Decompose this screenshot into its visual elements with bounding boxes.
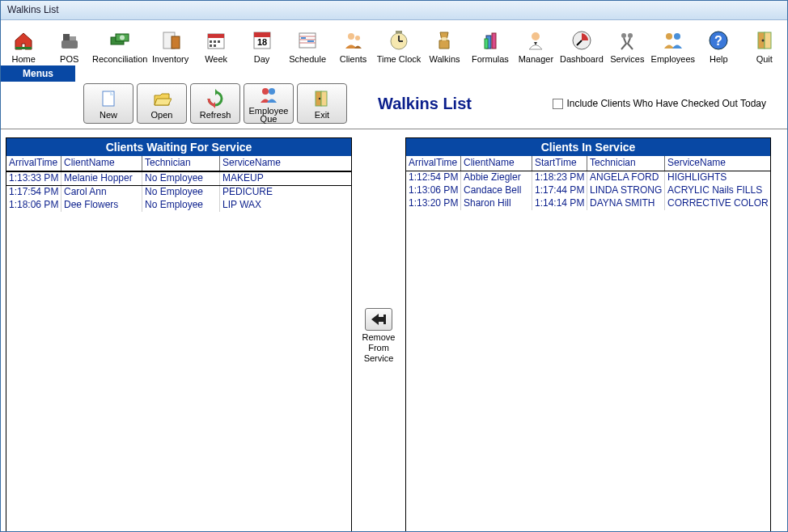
table-row[interactable]: 1:13:06 PMCandace Bell1:17:44 PMLINDA ST… <box>406 184 770 197</box>
toolbar-manager[interactable]: Manager <box>513 20 558 65</box>
cell-arrival: 1:12:54 PM <box>406 171 461 184</box>
action-refresh[interactable]: Refresh <box>190 83 240 124</box>
toolbar-quit[interactable]: Quit <box>742 20 787 65</box>
services-icon <box>614 27 640 53</box>
remove-from-service-button[interactable] <box>365 308 392 331</box>
cell-service: HIGHLIGHTS <box>665 171 770 184</box>
table-row[interactable]: 1:12:54 PMAbbie Ziegler1:18:23 PMANGELA … <box>406 171 770 184</box>
cell-client: Sharon Hill <box>461 197 532 210</box>
toolbar-clients[interactable]: Clients <box>330 20 375 65</box>
toolbar-help[interactable]: ?Help <box>696 20 741 65</box>
toolbar-schedule[interactable]: Schedule <box>285 20 330 65</box>
cell-arrival: 1:13:06 PM <box>406 184 461 197</box>
svg-point-46 <box>761 40 764 42</box>
col-arrivaltime[interactable]: ArrivalTime <box>6 156 61 171</box>
col-technician[interactable]: Technician <box>587 156 665 171</box>
toolbar-dashboard[interactable]: Dashboard <box>559 20 604 65</box>
action-employee-que[interactable]: EmployeeQue <box>244 83 294 124</box>
col-clientname[interactable]: ClientName <box>61 156 142 171</box>
action-new[interactable]: New <box>83 83 133 124</box>
window-title: Walkins List <box>7 4 59 15</box>
svg-point-49 <box>269 88 275 95</box>
cell-service: LIP WAX <box>220 199 351 212</box>
main-toolbar: HomePOSReconciliationInventoryWeek18DayS… <box>1 20 787 65</box>
action-label: EmployeeQue <box>249 107 289 123</box>
col-technician[interactable]: Technician <box>142 156 220 171</box>
include-checked-out-checkbox[interactable]: Include Clients Who Have Checked Out Tod… <box>553 98 766 109</box>
toolbar-services[interactable]: Services <box>604 20 650 65</box>
svg-rect-1 <box>61 40 78 49</box>
cell-tech: No Employee <box>142 186 220 199</box>
cell-arrival: 1:13:33 PM <box>6 172 61 185</box>
svg-point-31 <box>441 37 447 40</box>
week-icon <box>203 27 229 53</box>
cell-client: Carol Ann <box>61 186 142 199</box>
toolbar-label: Time Clock <box>377 54 422 64</box>
include-checked-out-label: Include Clients Who Have Checked Out Tod… <box>566 98 766 109</box>
svg-rect-23 <box>301 37 306 39</box>
refresh-icon <box>205 88 226 109</box>
toolbar-formulas[interactable]: Formulas <box>468 20 513 65</box>
menus-bar: Menus <box>1 65 787 82</box>
svg-rect-45 <box>765 32 771 49</box>
toolbar-reconciliation[interactable]: Reconciliation <box>92 20 147 65</box>
toolbar-label: Manager <box>519 54 553 64</box>
col-arrivaltime[interactable]: ArrivalTime <box>406 156 461 171</box>
svg-rect-51 <box>321 91 327 106</box>
toolbar-home[interactable]: Home <box>1 20 46 65</box>
toolbar-employees[interactable]: Employees <box>650 20 696 65</box>
action-row: NewOpenRefreshEmployeeQueExit Walkins Li… <box>1 82 787 129</box>
employeeque-icon <box>258 84 279 105</box>
table-row[interactable]: 1:13:33 PMMelanie HopperNo EmployeeMAKEU… <box>6 171 351 186</box>
toolbar-day[interactable]: 18Day <box>239 20 284 65</box>
quit-icon <box>752 27 777 53</box>
toolbar-pos[interactable]: POS <box>46 20 91 65</box>
svg-rect-11 <box>210 40 212 43</box>
toolbar-week[interactable]: Week <box>193 20 239 65</box>
cell-service: PEDICURE <box>220 186 351 199</box>
toolbar-walkins[interactable]: Walkins <box>422 20 467 65</box>
toolbar-time-clock[interactable]: Time Clock <box>376 20 422 65</box>
employees-icon <box>660 27 686 53</box>
inservice-rows: 1:12:54 PMAbbie Ziegler1:18:23 PMANGELA … <box>406 171 770 210</box>
toolbar-label: Dashboard <box>560 54 604 64</box>
svg-point-26 <box>355 36 360 40</box>
inservice-panel: Clients In Service ArrivalTime ClientNam… <box>405 137 771 532</box>
action-label: Exit <box>315 111 329 119</box>
reconciliation-icon <box>107 27 133 53</box>
cell-start: 1:17:44 PM <box>532 184 587 197</box>
cell-client: Melanie Hopper <box>61 172 142 185</box>
svg-text:?: ? <box>714 34 722 48</box>
svg-rect-3 <box>70 36 76 40</box>
open-icon <box>151 88 172 109</box>
table-row[interactable]: 1:18:06 PMDee FlowersNo EmployeeLIP WAX <box>6 199 351 212</box>
col-starttime[interactable]: StartTime <box>532 156 587 171</box>
toolbar-label: Day <box>254 54 270 64</box>
cell-client: Abbie Ziegler <box>461 171 532 184</box>
formulas-icon <box>477 27 503 53</box>
svg-point-35 <box>532 32 540 40</box>
action-exit[interactable]: Exit <box>297 83 347 124</box>
col-servicename[interactable]: ServiceName <box>665 156 770 171</box>
svg-text:18: 18 <box>256 37 266 47</box>
toolbar-inventory[interactable]: Inventory <box>147 20 193 65</box>
cell-service: ACRYLIC Nails FILLS <box>665 184 770 197</box>
svg-rect-47 <box>103 91 114 106</box>
col-clientname[interactable]: ClientName <box>461 156 532 171</box>
toolbar-label: Reconciliation <box>92 54 147 64</box>
svg-rect-8 <box>172 36 180 49</box>
help-icon: ? <box>705 27 731 53</box>
col-servicename[interactable]: ServiceName <box>220 156 351 171</box>
waiting-panel: Clients Waiting For Service ArrivalTime … <box>6 137 352 532</box>
new-icon <box>98 88 119 109</box>
svg-point-39 <box>628 33 633 38</box>
table-row[interactable]: 1:17:54 PMCarol AnnNo EmployeePEDICURE <box>6 186 351 199</box>
home-icon <box>11 27 36 53</box>
menus-button[interactable]: Menus <box>1 65 75 82</box>
action-open[interactable]: Open <box>137 83 187 124</box>
table-row[interactable]: 1:13:20 PMSharon Hill1:14:14 PMDAYNA SMI… <box>406 197 770 210</box>
between-area: RemoveFromService <box>355 137 402 532</box>
cell-arrival: 1:18:06 PM <box>6 199 61 212</box>
remove-from-service-label: RemoveFromService <box>362 332 396 364</box>
svg-point-38 <box>621 33 626 38</box>
